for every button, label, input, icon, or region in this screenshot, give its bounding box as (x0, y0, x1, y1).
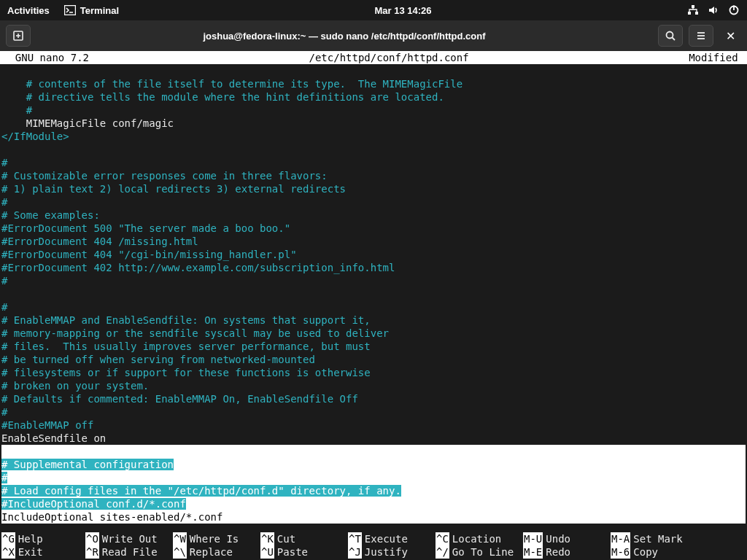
active-app-label: Terminal (80, 5, 119, 16)
network-icon[interactable] (687, 4, 699, 16)
shortcut-readfile: ^RRead File (85, 545, 173, 559)
power-icon[interactable] (728, 4, 740, 16)
shortcut-gotoline: ^/Go To Line (436, 545, 523, 559)
nano-modified-status: Modified (689, 51, 744, 64)
code-line: # Load config files in the "/etc/httpd/c… (1, 485, 401, 497)
shortcut-exit: ^XExit (1, 545, 85, 559)
code-line: # (1, 157, 7, 168)
svg-rect-2 (692, 5, 694, 8)
code-line: IncludeOptional sites-enabled/*.conf (1, 511, 222, 523)
code-line: # Defaults if commented: EnableMMAP On, … (1, 393, 358, 405)
code-line: </IfModule> (1, 131, 69, 142)
shortcut-whereis: ^WWhere Is (173, 532, 260, 545)
code-line: #ErrorDocument 404 /missing.html (1, 236, 198, 247)
volume-icon[interactable] (708, 4, 719, 16)
code-line: EnableSendfile on (1, 432, 106, 444)
hamburger-menu-button[interactable] (689, 25, 713, 47)
shortcut-cut: ^KCut (260, 532, 348, 545)
code-line: #ErrorDocument 404 "/cgi-bin/missing_han… (1, 249, 297, 260)
shortcut-undo: M-UUndo (523, 532, 611, 545)
selected-block: # Supplemental configuration # # Load co… (1, 445, 746, 524)
nano-shortcut-bar: ^GHelp ^OWrite Out ^WWhere Is ^KCut ^TEx… (0, 532, 747, 560)
code-line: # (1, 301, 7, 313)
code-line: # (1, 275, 7, 287)
nano-file-content[interactable]: # contents of the file itself to determi… (0, 64, 747, 532)
activities-button[interactable]: Activities (7, 5, 50, 16)
window-titlebar: joshua@fedora-linux:~ — sudo nano /etc/h… (0, 20, 747, 51)
nano-filepath: /etc/httpd/conf/httpd.conf (89, 51, 689, 64)
gnome-topbar: Activities Terminal Mar 13 14:26 (0, 0, 747, 20)
code-line: # Supplemental configuration (1, 459, 174, 470)
svg-rect-3 (688, 12, 691, 15)
code-line: # memory-mapping or the sendfile syscall… (1, 327, 389, 339)
new-tab-button[interactable] (6, 25, 31, 47)
shortcut-replace: ^\Replace (173, 545, 260, 559)
terminal-icon (64, 4, 76, 16)
shortcut-writeout: ^OWrite Out (85, 532, 173, 545)
clock[interactable]: Mar 13 14:26 (119, 5, 687, 16)
search-button[interactable] (658, 25, 683, 47)
active-app-indicator[interactable]: Terminal (64, 4, 119, 16)
code-line: #ErrorDocument 500 "The server made a bo… (1, 222, 290, 234)
code-line: # Some examples: (1, 209, 100, 221)
shortcut-redo: M-ERedo (523, 545, 611, 559)
shortcut-execute: ^TExecute (348, 532, 436, 545)
code-line: # (1, 406, 7, 418)
code-line: # Customizable error responses come in t… (1, 170, 328, 182)
svg-rect-4 (695, 12, 698, 15)
code-line: # (1, 196, 7, 208)
code-line: # be turned off when serving from networ… (1, 354, 315, 365)
code-line: # broken on your system. (1, 380, 149, 392)
code-line: #IncludeOptional conf.d/*.conf (1, 498, 186, 510)
window-title: joshua@fedora-linux:~ — sudo nano /etc/h… (36, 31, 652, 42)
code-line: # (1, 104, 32, 116)
code-line: # files. This usually improves server pe… (1, 341, 371, 352)
code-line: # contents of the file itself to determi… (1, 78, 462, 90)
terminal-viewport[interactable]: GNU nano 7.2 /etc/httpd/conf/httpd.conf … (0, 51, 747, 560)
code-line: # (1, 472, 7, 483)
nano-titlebar: GNU nano 7.2 /etc/httpd/conf/httpd.conf … (0, 51, 747, 64)
code-line: # directive tells the module where the h… (1, 91, 444, 103)
svg-line-11 (673, 38, 676, 41)
close-button[interactable]: ✕ (719, 29, 741, 43)
code-line: # filesystems or if support for these fu… (1, 367, 371, 378)
shortcut-paste: ^UPaste (260, 545, 348, 559)
code-line: # EnableMMAP and EnableSendfile: On syst… (1, 314, 371, 326)
code-line: # 1) plain text 2) local redirects 3) ex… (1, 183, 346, 195)
shortcut-justify: ^JJustify (348, 545, 436, 559)
shortcut-help: ^GHelp (1, 532, 85, 545)
code-line: #ErrorDocument 402 http://www.example.co… (1, 262, 395, 273)
shortcut-location: ^CLocation (436, 532, 523, 545)
shortcut-copy: M-6Copy (611, 545, 698, 559)
shortcut-setmark: M-ASet Mark (611, 532, 698, 545)
code-line: MIMEMagicFile conf/magic (1, 117, 174, 129)
code-line: #EnableMMAP off (1, 419, 93, 431)
svg-point-10 (667, 32, 673, 39)
nano-version: GNU nano 7.2 (3, 51, 89, 64)
svg-rect-0 (64, 6, 75, 15)
